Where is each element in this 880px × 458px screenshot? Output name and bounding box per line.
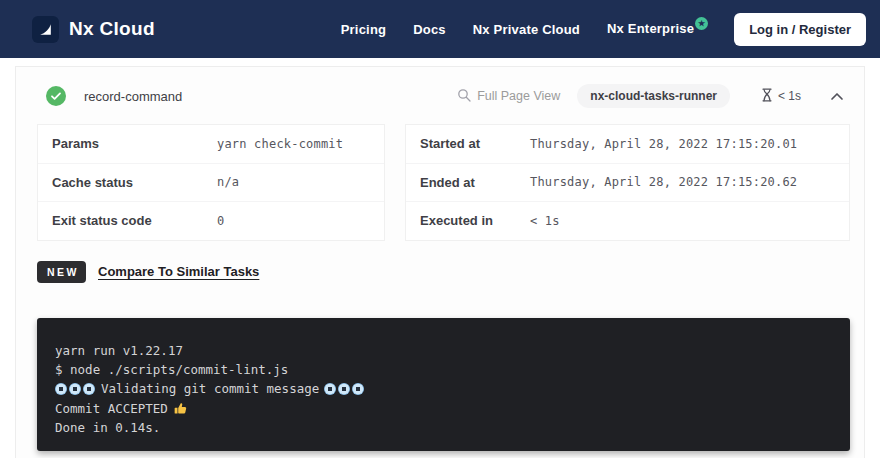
detail-value: Thursday, April 28, 2022 17:15:20.62 xyxy=(530,175,797,189)
eyes-icon xyxy=(55,383,67,395)
duration-value: < 1s xyxy=(778,89,801,103)
nav-link-nx-private-cloud[interactable]: Nx Private Cloud xyxy=(473,22,580,37)
task-name: record-command xyxy=(84,89,182,104)
full-page-view-button[interactable]: Full Page View xyxy=(457,88,560,105)
terminal-line: Done in 0.14s. xyxy=(55,418,832,437)
terminal-line: Commit ACCEPTED xyxy=(55,399,832,418)
terminal-text: Commit ACCEPTED xyxy=(55,401,168,416)
detail-label: Exit status code xyxy=(52,213,217,228)
terminal-text: $ node ./scripts/commit-lint.js xyxy=(55,362,288,377)
detail-row-executed-in: Executed in< 1s xyxy=(406,202,849,240)
compare-row: NEW Compare To Similar Tasks xyxy=(37,261,864,283)
detail-value: yarn check-commit xyxy=(217,137,343,151)
new-badge: NEW xyxy=(37,261,86,283)
detail-row-params: Paramsyarn check-commit xyxy=(38,125,384,164)
task-actions-group: Full Page View nx-cloud-tasks-runner < 1… xyxy=(457,84,846,108)
main-nav: PricingDocsNx Private CloudNx Enterprise… xyxy=(341,13,866,46)
terminal-text: Done in 0.14s. xyxy=(55,420,160,435)
detail-row-ended-at: Ended atThursday, April 28, 2022 17:15:2… xyxy=(406,164,849,203)
task-params-table: Paramsyarn check-commitCache statusn/aEx… xyxy=(37,124,385,241)
collapse-task-button[interactable] xyxy=(828,87,846,106)
full-page-view-label: Full Page View xyxy=(477,89,560,103)
eyes-icon xyxy=(83,383,95,395)
eyes-icon xyxy=(338,383,350,395)
terminal-line: Validating git commit message xyxy=(55,379,832,398)
detail-value: n/a xyxy=(217,175,239,189)
magnifier-icon xyxy=(457,88,471,105)
task-detail-tables: Paramsyarn check-commitCache statusn/aEx… xyxy=(16,124,864,241)
nav-link-nx-enterprise[interactable]: Nx Enterprise★ xyxy=(607,21,708,38)
task-header-row: record-command Full Page View nx-cloud-t… xyxy=(16,67,864,124)
top-nav: Nx Cloud PricingDocsNx Private CloudNx E… xyxy=(0,0,880,58)
terminal-text: Validating git commit message xyxy=(101,381,319,396)
nx-sail-icon xyxy=(32,16,59,43)
eyes-icon xyxy=(352,383,364,395)
duration-group: < 1s xyxy=(761,88,801,105)
detail-value: Thursday, April 28, 2022 17:15:20.01 xyxy=(530,137,797,151)
nx-cloud-logo[interactable]: Nx Cloud xyxy=(32,16,155,43)
detail-value: < 1s xyxy=(530,214,560,228)
nav-links: PricingDocsNx Private CloudNx Enterprise… xyxy=(341,21,708,38)
terminal-line: $ node ./scripts/commit-lint.js xyxy=(55,360,832,379)
logo-text: Nx Cloud xyxy=(69,18,155,40)
detail-row-cache-status: Cache statusn/a xyxy=(38,164,384,203)
detail-value: 0 xyxy=(217,214,224,228)
nav-link-pricing[interactable]: Pricing xyxy=(341,22,386,37)
detail-label: Cache status xyxy=(52,175,217,190)
task-timing-table: Started atThursday, April 28, 2022 17:15… xyxy=(405,124,850,241)
chevron-up-icon xyxy=(830,89,844,104)
task-card: record-command Full Page View nx-cloud-t… xyxy=(15,66,865,458)
detail-label: Started at xyxy=(420,136,530,151)
eyes-icon xyxy=(324,383,336,395)
detail-row-started-at: Started atThursday, April 28, 2022 17:15… xyxy=(406,125,849,164)
terminal-line: yarn run v1.22.17 xyxy=(55,341,832,360)
runner-badge: nx-cloud-tasks-runner xyxy=(577,84,730,108)
detail-label: Params xyxy=(52,136,217,151)
detail-label: Executed in xyxy=(420,213,530,228)
hourglass-icon xyxy=(761,88,773,105)
terminal-text: yarn run v1.22.17 xyxy=(55,343,183,358)
compare-to-similar-tasks-link[interactable]: Compare To Similar Tasks xyxy=(98,264,259,279)
thumbs-up-icon xyxy=(174,402,187,415)
nav-link-docs[interactable]: Docs xyxy=(413,22,446,37)
check-circle-icon xyxy=(46,86,66,106)
eyes-icon xyxy=(69,383,81,395)
star-icon: ★ xyxy=(695,17,708,30)
terminal-output: yarn run v1.22.17$ node ./scripts/commit… xyxy=(37,318,850,451)
detail-row-exit-status-code: Exit status code0 xyxy=(38,202,384,240)
task-status-group: record-command xyxy=(46,86,182,106)
login-register-button[interactable]: Log in / Register xyxy=(734,13,866,46)
detail-label: Ended at xyxy=(420,175,530,190)
